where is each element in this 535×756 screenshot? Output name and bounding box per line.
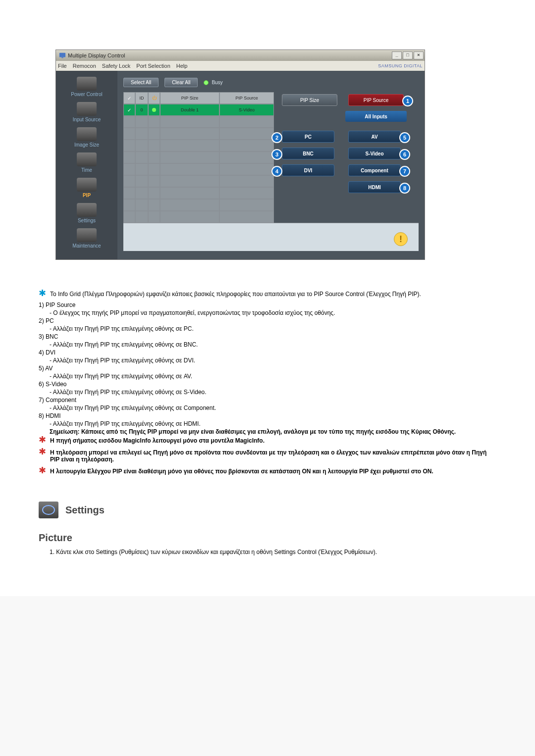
svideo-button[interactable]: S-Video 6 — [348, 148, 401, 159]
grid-cell-pip-size — [160, 211, 219, 223]
grid-cell-id — [135, 175, 148, 187]
svg-rect-1 — [61, 57, 63, 58]
grid-cell-pip-source: S-Video — [219, 104, 274, 116]
item-7-desc: - Αλλάζει την Πηγή PIP της επιλεγμένης ο… — [39, 404, 496, 411]
grid-header-pip-source[interactable]: PIP Source — [219, 92, 274, 104]
callout-1: 1 — [402, 96, 413, 106]
clear-all-button[interactable]: Clear All — [164, 78, 198, 87]
document-body: ✱ Το Info Grid (Πλέγμα Πληροφοριών) εμφα… — [35, 290, 500, 555]
grid-cell-pip-size: Double 1 — [160, 104, 219, 116]
sidebar: Power Control Input Source Image Size Ti… — [56, 71, 117, 259]
sidebar-item-power[interactable]: Power Control — [56, 77, 117, 97]
select-all-button[interactable]: Select All — [123, 78, 159, 87]
settings-heading-icon — [39, 502, 58, 518]
settings-icon — [77, 203, 97, 217]
grid-header-check[interactable]: ✓ — [123, 92, 135, 104]
grid-row-check[interactable] — [123, 211, 135, 223]
grid-cell-pip-size — [160, 151, 219, 163]
item-5-title: 5) AV — [39, 365, 496, 372]
sidebar-item-time[interactable]: Time — [56, 152, 117, 173]
menu-help[interactable]: Help — [176, 63, 188, 69]
pc-button[interactable]: PC 2 — [282, 131, 334, 143]
item-1-title: 1) PIP Source — [39, 302, 496, 308]
busy-dot-icon — [204, 80, 209, 85]
grid-header-power-icon[interactable]: ⏻ — [148, 92, 160, 104]
grid-row-check[interactable] — [123, 116, 135, 128]
grid-cell-pip-source — [219, 199, 274, 211]
hdmi-button[interactable]: HDMI 8 — [348, 181, 401, 193]
item-6-desc: - Αλλάζει την Πηγή PIP της επιλεγμένης ο… — [39, 389, 496, 396]
maintenance-icon — [77, 228, 97, 242]
all-inputs-header: All Inputs — [345, 111, 407, 122]
sidebar-label-time: Time — [56, 167, 117, 173]
menubar: File Remocon Safety Lock Port Selection … — [56, 61, 425, 71]
power-on-icon — [152, 108, 156, 112]
busy-indicator: Busy — [204, 80, 222, 85]
menu-remocon[interactable]: Remocon — [73, 63, 96, 69]
busy-label: Busy — [212, 80, 222, 85]
grid-row-check[interactable] — [123, 175, 135, 187]
grid-cell-id — [135, 151, 148, 163]
grid-row-check[interactable] — [123, 128, 135, 140]
item-3-desc: - Αλλάζει την Πηγή PIP της επιλεγμένης ο… — [39, 341, 496, 348]
settings-heading-text: Settings — [65, 504, 105, 516]
pip-source-button[interactable]: PIP Source 1 — [348, 94, 404, 106]
grid-row-check[interactable] — [123, 151, 135, 163]
grid-cell-pip-source — [219, 116, 274, 128]
grid-cell-pip-source — [219, 211, 274, 223]
item-6-title: 6) S-Video — [39, 381, 496, 388]
star-note-3: Η λειτουργία Ελέγχου PIP είναι διαθέσιμη… — [50, 468, 433, 475]
minimize-button[interactable]: _ — [392, 51, 402, 59]
grid-cell-power — [148, 140, 160, 151]
sidebar-item-image-size[interactable]: Image Size — [56, 127, 117, 148]
star-note-1: Η πηγή σήματος εισόδου MagicInfo λειτουρ… — [50, 437, 265, 444]
grid-cell-power — [148, 211, 160, 223]
sidebar-item-input[interactable]: Input Source — [56, 102, 117, 122]
grid-cell-pip-size — [160, 128, 219, 140]
menu-file[interactable]: File — [58, 63, 67, 69]
power-icon — [77, 77, 97, 91]
grid-row-check[interactable] — [123, 199, 135, 211]
grid-cell-pip-source — [219, 175, 274, 187]
grid-cell-pip-size — [160, 116, 219, 128]
sidebar-item-settings[interactable]: Settings — [56, 203, 117, 223]
item-4-desc: - Αλλάζει την Πηγή PIP της επιλεγμένης ο… — [39, 357, 496, 364]
picture-step-1: 1. Κάντε κλικ στο Settings (Ρυθμίσεις) τ… — [39, 549, 496, 555]
av-button[interactable]: AV 5 — [348, 131, 401, 143]
app-icon — [59, 52, 66, 59]
note-text: Σημείωση: Κάποιες από τις Πηγές PIP μπορ… — [39, 428, 496, 435]
sidebar-label-power: Power Control — [56, 92, 117, 97]
menu-safety-lock[interactable]: Safety Lock — [102, 63, 130, 69]
close-button[interactable]: × — [414, 51, 424, 59]
grid-cell-pip-size — [160, 163, 219, 175]
grid-row-check[interactable] — [123, 187, 135, 199]
sidebar-item-maintenance[interactable]: Maintenance — [56, 228, 117, 249]
grid-cell-id — [135, 163, 148, 175]
component-button[interactable]: Component 7 — [348, 164, 401, 176]
item-3-title: 3) BNC — [39, 333, 496, 340]
app-window: Multiple Display Control _ □ × File Remo… — [55, 50, 425, 260]
grid-row-check[interactable] — [123, 140, 135, 151]
sidebar-label-maintenance: Maintenance — [56, 243, 117, 249]
grid-cell-pip-size — [160, 140, 219, 151]
grid-row-check[interactable]: ✓ — [123, 104, 135, 116]
dvi-button[interactable]: DVI 4 — [282, 164, 334, 176]
grid-cell-power — [148, 163, 160, 175]
maximize-button[interactable]: □ — [403, 51, 413, 59]
pip-icon — [77, 178, 97, 192]
pip-size-button[interactable]: PIP Size — [282, 94, 337, 106]
bnc-button[interactable]: BNC 3 — [282, 148, 334, 159]
sidebar-label-settings: Settings — [56, 218, 117, 223]
grid-cell-pip-source — [219, 163, 274, 175]
main-area: Select All Clear All Busy ✓ — [117, 71, 425, 259]
grid-cell-power — [148, 104, 160, 116]
grid-header-id[interactable]: ID — [135, 92, 148, 104]
grid-header-pip-size[interactable]: PIP Size — [160, 92, 219, 104]
grid-row-check[interactable] — [123, 163, 135, 175]
footer-bar: ! — [123, 223, 419, 251]
sidebar-item-pip[interactable]: PIP — [56, 178, 117, 198]
item-2-desc: - Αλλάζει την Πηγή PIP της επιλεγμένης ο… — [39, 325, 496, 332]
callout-4: 4 — [271, 166, 282, 177]
item-7-title: 7) Component — [39, 397, 496, 403]
menu-port-selection[interactable]: Port Selection — [136, 63, 170, 69]
